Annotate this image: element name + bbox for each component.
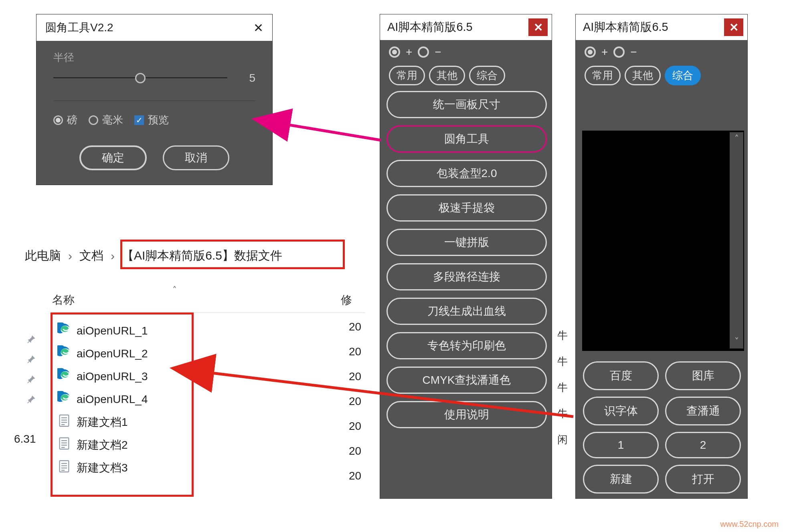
tab-common[interactable]: 常用 [585, 66, 621, 85]
close-icon[interactable]: ✕ [528, 18, 548, 36]
script-button[interactable]: 包装盒型2.0 [386, 160, 547, 187]
radio-off-icon[interactable] [418, 46, 429, 58]
quick-access-pins [26, 334, 37, 405]
quick-link-button[interactable]: 图库 [665, 361, 741, 390]
radius-label: 半径 [53, 50, 255, 64]
scroll-down-icon[interactable]: ˅ [734, 335, 739, 349]
watermark: www.52cnp.com [720, 520, 779, 529]
script-button[interactable]: 刀线生成出血线 [386, 298, 547, 325]
file-row[interactable]: aiOpenURL_2 [57, 342, 188, 365]
file-row[interactable]: aiOpenURL_3 [57, 365, 188, 388]
unit-point-radio[interactable]: 磅 [53, 113, 77, 127]
breadcrumb-folder[interactable]: 【AI脚本精简版6.5】数据文件 [122, 248, 282, 264]
unit-mm-radio[interactable]: 毫米 [89, 113, 123, 127]
radio-off-icon[interactable] [613, 46, 625, 58]
edge-file-icon [57, 322, 71, 339]
file-name: aiOpenURL_1 [77, 324, 148, 337]
file-row[interactable]: aiOpenURL_1 [57, 319, 188, 342]
radio-on-icon[interactable] [389, 46, 400, 58]
file-mod-fragment: 20 [349, 470, 361, 482]
file-row[interactable]: 新建文档1 [57, 411, 188, 433]
file-name: 新建文档3 [77, 460, 128, 476]
quick-link-button[interactable]: 新建 [583, 465, 659, 494]
quick-link-button[interactable]: 查潘通 [665, 397, 741, 425]
file-mod-fragment: 20 [349, 370, 361, 383]
quick-link-button[interactable]: 识字体 [583, 397, 659, 425]
tab-comp[interactable]: 综合 [469, 66, 505, 85]
file-list: aiOpenURL_1aiOpenURL_2aiOpenURL_3aiOpenU… [57, 319, 188, 479]
file-list-highlight-box: aiOpenURL_1aiOpenURL_2aiOpenURL_3aiOpenU… [51, 312, 194, 497]
quick-link-button[interactable]: 打开 [665, 465, 741, 494]
file-row[interactable]: 新建文档2 [57, 433, 188, 456]
panel-button-list: 统一画板尺寸圆角工具包装盒型2.0极速手提袋一键拼版多段路径连接刀线生成出血线专… [386, 91, 547, 428]
column-name-header[interactable]: 名称 ˄ [52, 292, 341, 308]
file-mod-fragment: 20 [349, 345, 361, 358]
column-modified-header[interactable]: 修 [341, 292, 365, 308]
text-file-icon [57, 437, 71, 453]
empty-list-area [582, 131, 744, 351]
text-file-icon [57, 459, 71, 476]
radio-on-icon[interactable] [585, 46, 596, 58]
tab-row: 常用 其他 综合 [380, 62, 552, 91]
script-button[interactable]: CMYK查找潘通色 [386, 367, 547, 394]
script-button[interactable]: 一键拼版 [386, 229, 547, 256]
radius-slider[interactable] [53, 77, 227, 79]
quick-links-grid: 百度图库识字体查潘通12新建打开 [583, 361, 741, 494]
file-mod-fragment: 20 [349, 445, 361, 457]
file-mod-fragment: 20 [349, 320, 361, 333]
quick-link-button[interactable]: 2 [665, 432, 741, 458]
file-name: aiOpenURL_3 [77, 370, 148, 383]
script-button[interactable]: 圆角工具 [386, 125, 547, 153]
minus-label: − [435, 46, 441, 58]
cropped-text-fragment: 牛 [557, 407, 568, 421]
scrollbar[interactable]: ˄ ˅ [730, 132, 743, 349]
radius-value: 5 [239, 72, 255, 85]
cancel-button[interactable]: 取消 [163, 145, 229, 170]
cropped-text-fragment: 牛 [557, 381, 568, 395]
minus-label: − [630, 46, 637, 58]
panel-titlebar: AI脚本精简版6.5 ✕ [576, 14, 747, 40]
file-name: 新建文档1 [77, 415, 128, 430]
breadcrumb-docs[interactable]: 文档 [79, 248, 103, 264]
script-panel-common: AI脚本精简版6.5 ✕ + − 常用 其他 综合 统一画板尺寸圆角工具包装盒型… [380, 14, 552, 499]
dialog-title-text: 圆角工具V2.2 [45, 20, 113, 35]
tab-comp[interactable]: 综合 [665, 66, 701, 85]
edge-file-icon [57, 391, 71, 407]
breadcrumb[interactable]: 此电脑 › 文档 › 【AI脚本精简版6.5】数据文件 [25, 248, 282, 264]
tab-row: 常用 其他 综合 [576, 62, 747, 91]
script-button[interactable]: 专色转为印刷色 [386, 332, 547, 359]
script-button[interactable]: 极速手提袋 [386, 194, 547, 222]
file-mod-fragment: 20 [349, 420, 361, 433]
close-icon[interactable]: ✕ [253, 21, 263, 35]
cropped-text-fragment: 牛 [557, 328, 568, 343]
scroll-up-icon[interactable]: ˄ [734, 132, 739, 146]
file-row[interactable]: aiOpenURL_4 [57, 388, 188, 411]
quick-link-button[interactable]: 百度 [583, 361, 659, 390]
preview-checkbox[interactable]: ✓ 预览 [134, 113, 169, 127]
plus-label: + [601, 46, 608, 58]
file-row[interactable]: 新建文档3 [57, 456, 188, 479]
ok-button[interactable]: 确定 [79, 145, 147, 170]
slider-thumb-icon[interactable] [135, 73, 146, 83]
key-fragments: 牛牛牛牛闲 [557, 328, 568, 447]
tab-common[interactable]: 常用 [389, 66, 425, 85]
svg-line-19 [285, 124, 381, 140]
sort-asc-icon: ˄ [172, 285, 177, 296]
edge-file-icon [57, 368, 71, 385]
cropped-text-fragment: 闲 [557, 433, 568, 447]
text-file-icon [57, 414, 71, 430]
pin-icon [26, 354, 37, 365]
script-button[interactable]: 多段路径连接 [386, 263, 547, 290]
tab-other[interactable]: 其他 [429, 66, 465, 85]
close-icon[interactable]: ✕ [724, 18, 743, 36]
tab-other[interactable]: 其他 [625, 66, 661, 85]
arrow-magenta [277, 112, 393, 152]
breadcrumb-root[interactable]: 此电脑 [25, 248, 61, 264]
zoom-row: + − [576, 40, 747, 62]
script-button[interactable]: 统一画板尺寸 [386, 91, 547, 118]
script-button[interactable]: 使用说明 [386, 401, 547, 428]
radio-on-icon [53, 115, 63, 125]
explorer-columns: 名称 ˄ 修 [52, 292, 365, 313]
quick-link-button[interactable]: 1 [583, 432, 659, 458]
radio-off-icon [89, 115, 98, 125]
